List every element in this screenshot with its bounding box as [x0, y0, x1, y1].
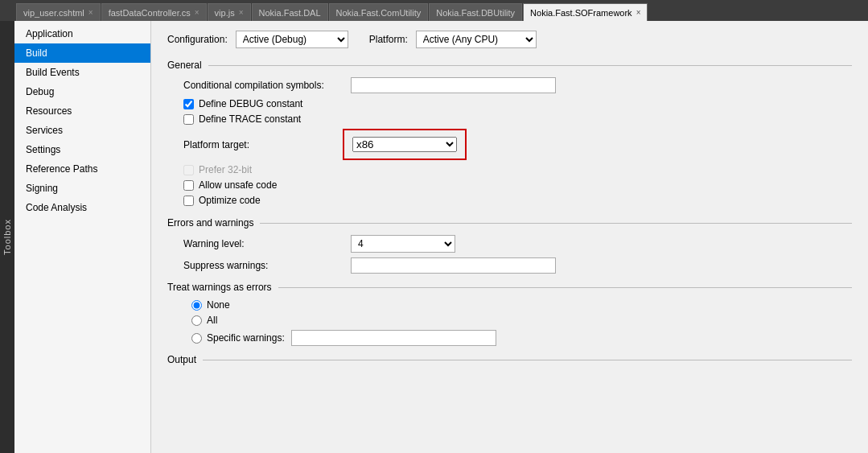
tab-vip_user[interactable]: vip_user.cshtml×: [16, 3, 101, 21]
tab-label-fastDataController: fastDataController.cs: [109, 8, 191, 18]
tab-close-vip_js[interactable]: ×: [239, 8, 244, 17]
tab-nokia_fast_comutility[interactable]: Nokia.Fast.ComUtility: [329, 3, 429, 21]
tab-nokia_fast_soframework[interactable]: Nokia.Fast.SOFramework×: [523, 3, 648, 21]
tab-bar: vip_user.cshtml×fastDataController.cs×vi…: [0, 0, 868, 21]
tab-label-vip_user: vip_user.cshtml: [23, 8, 84, 18]
tab-close-fastDataController[interactable]: ×: [195, 8, 200, 17]
tab-vip_js[interactable]: vip.js×: [208, 3, 251, 21]
tab-close-vip_user[interactable]: ×: [88, 8, 93, 17]
tab-nokia_fast_dal[interactable]: Nokia.Fast.DAL: [252, 3, 328, 21]
tab-label-nokia_fast_comutility: Nokia.Fast.ComUtility: [336, 8, 422, 18]
tab-label-vip_js: vip.js: [215, 8, 235, 18]
tab-label-nokia_fast_dal: Nokia.Fast.DAL: [259, 8, 321, 18]
tab-label-nokia_fast_dbutility: Nokia.Fast.DBUtility: [436, 8, 515, 18]
tab-close-nokia_fast_soframework[interactable]: ×: [636, 8, 641, 17]
tab-label-nokia_fast_soframework: Nokia.Fast.SOFramework: [530, 8, 632, 18]
tab-nokia_fast_dbutility[interactable]: Nokia.Fast.DBUtility: [429, 3, 522, 21]
tab-fastDataController[interactable]: fastDataController.cs×: [101, 3, 207, 21]
